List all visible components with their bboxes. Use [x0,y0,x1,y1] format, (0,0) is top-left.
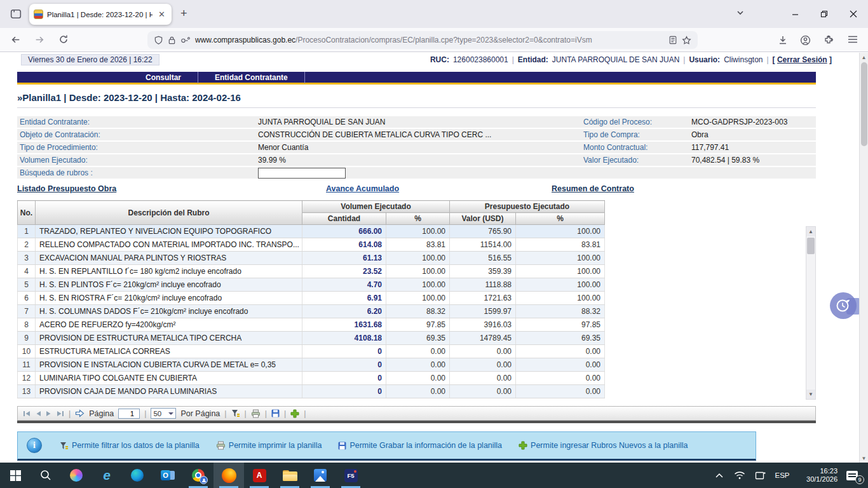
save-icon[interactable] [271,409,280,417]
info-value: CONSTRUCCIÓN DE CUBIERTA METALICA CURVA … [254,129,578,140]
language-indicator[interactable]: ESP [771,463,793,488]
tracking-shield-icon[interactable] [154,36,163,45]
col-header-pct[interactable]: % [516,213,605,225]
col-header-cantidad[interactable]: Cantidad [302,213,386,225]
browser-tab[interactable]: Planilla1 | Desde: 2023-12-20 | H ✕ [29,4,172,25]
per-page-select[interactable]: 50 [151,408,176,419]
tab-list-chevron-icon[interactable] [736,8,745,17]
window-restore-button[interactable] [810,0,839,28]
reload-button[interactable] [58,34,69,44]
separator: | [224,409,226,418]
taskbar-photos-icon[interactable] [305,463,336,488]
table-row[interactable]: 6H. S. EN RIOSTRA F´c= 210kg/cm² incluye… [18,292,605,305]
back-button[interactable] [10,34,21,45]
link-listado-presupuesto[interactable]: Listado Presupuesto Obra [17,184,116,193]
logout-text[interactable]: Cerrar Sesión [777,55,827,64]
page-number-input[interactable] [118,409,140,419]
downloads-icon[interactable] [778,35,788,45]
table-row[interactable]: 8ACERO DE REFUERZO fy=4200kg/cm²1631.689… [18,318,605,332]
table-row[interactable]: 4H. S. EN REPLANTILLO f´c= 180 kg/cm2 in… [18,265,605,278]
link-resumen-contrato[interactable]: Resumen de Contrato [552,184,634,193]
taskbar-file-explorer-icon[interactable] [275,463,305,488]
scroll-thumb[interactable] [807,238,815,254]
col-header-valor[interactable]: Valor (USD) [450,213,516,225]
start-button[interactable] [0,463,31,488]
forward-button[interactable] [34,34,45,45]
table-row[interactable]: 7H. S. COLUMNAS DADOS F´c= 210kg/cm² inc… [18,305,605,318]
taskbar-clock[interactable]: 16:23 30/1/2026 [796,467,837,484]
rubro-description: ACERO DE REFUERZO fy=4200kg/cm² [36,318,302,332]
col-group-volumen[interactable]: Volumen Ejecutado [302,201,450,213]
table-row[interactable]: 9PROVISION DE ESTRUCTURA METALICA TIPO C… [18,332,605,345]
url-text[interactable]: www.compraspublicas.gob.ec/ProcesoContra… [195,36,664,44]
widget-clock-icon[interactable] [830,292,857,319]
add-rubro-icon[interactable] [290,409,299,418]
col-group-presupuesto[interactable]: Presupuesto Ejecutado [450,201,605,213]
table-row[interactable]: 12LUMINARIA TIPO COLGANTE EN CUBIERTA00.… [18,372,605,385]
col-header-descripcion[interactable]: Descripción del Rubro [36,201,302,225]
nav-entidad-contratante[interactable]: Entidad Contratante [198,72,305,83]
next-page-icon[interactable] [46,410,51,417]
reader-mode-icon[interactable] [668,36,677,44]
table-row[interactable]: 5H. S. EN PLINTOS F´c= 210kg/cm² incluye… [18,278,605,292]
taskbar-outlook-icon[interactable]: O [153,463,183,488]
legend-item: Permite ingresar Rubros Nuevos a la plan… [519,441,688,450]
table-scrollbar[interactable]: ▲ ▼ [806,226,816,400]
table-row[interactable]: 11PROVISION E INSTALACION CUBIERTA CURVA… [18,358,605,372]
page-scrollbar[interactable]: ▲ ▼ [859,53,868,463]
last-page-icon[interactable] [56,410,64,417]
taskbar-copilot-icon[interactable] [61,463,92,488]
table-row[interactable]: 1TRAZADO, REPLANTEO Y NIVELACION EQUIPO … [18,225,605,238]
select-caret-icon [168,412,173,415]
table-row[interactable]: 3EXCAVACION MANUAL PARA PLINTOS Y RIOSTR… [18,252,605,265]
taskbar-f5-app-icon[interactable]: F5 [336,463,366,488]
taskbar-acrobat-icon[interactable]: A [244,463,275,488]
table-row[interactable]: 10ESTRUCTURA METALICA CORREAS00.000.000.… [18,345,605,358]
rubro-description: PROVISION E INSTALACION CUBIERTA CURVA D… [36,358,302,372]
scroll-up-icon[interactable]: ▲ [806,227,815,236]
system-tray: ESP 16:23 30/1/2026 9 [710,463,868,488]
row-number: 8 [18,318,36,332]
print-icon[interactable] [251,409,261,418]
menu-icon[interactable] [848,35,858,44]
link-avance-acumulado[interactable]: Avance Acumulado [326,184,399,193]
table-row[interactable]: 13PROVISION CAJA DE MANDO PARA LUMINARIA… [18,385,605,398]
rubro-search-input[interactable] [258,168,346,179]
taskbar-chrome-icon[interactable] [183,463,214,488]
scroll-up-icon[interactable]: ▲ [860,53,868,62]
col-header-pct[interactable]: % [386,213,450,225]
extensions-icon[interactable] [824,35,834,45]
url-bar[interactable]: www.compraspublicas.gob.ec/ProcesoContra… [147,31,698,49]
account-icon[interactable] [800,35,811,46]
permissions-icon[interactable] [180,36,191,44]
nav-consultar[interactable]: Consultar [129,72,198,83]
taskbar-firefox-icon[interactable] [214,463,244,488]
tab-close-icon[interactable]: ✕ [156,9,167,20]
lock-icon[interactable] [168,36,176,44]
scroll-thumb[interactable] [861,62,867,146]
cast-icon[interactable] [751,463,769,488]
rubro-description: TRAZADO, REPLANTEO Y NIVELACION EQUIPO T… [36,225,302,238]
taskbar-search-button[interactable] [31,463,61,488]
scroll-down-icon[interactable]: ▼ [860,454,868,463]
tray-chevron-icon[interactable] [710,463,728,488]
firefox-view-icon[interactable] [6,5,25,23]
wifi-icon[interactable] [731,463,749,488]
goto-page-icon[interactable] [75,409,85,417]
col-header-no[interactable]: No. [18,201,36,225]
taskbar-edge-icon[interactable] [122,463,153,488]
window-minimize-button[interactable] [780,0,810,28]
bookmark-star-icon[interactable] [682,36,691,45]
prev-page-icon[interactable] [36,410,41,417]
filter-icon[interactable] [231,409,240,417]
first-page-icon[interactable] [23,410,31,417]
table-row[interactable]: 2RELLENO COMPACTADO CON MATERIAL IMPORTA… [18,238,605,252]
taskbar-internet-explorer-icon[interactable]: e [92,463,122,488]
info-value: 117,797.41 [688,142,816,153]
logout-link[interactable]: [ Cerrar Sesión ] [773,55,832,64]
scroll-down-icon[interactable]: ▼ [806,390,815,399]
new-tab-button[interactable]: + [180,8,187,19]
volumen-pct-value: 0.00 [386,345,450,358]
notification-center-icon[interactable]: 9 [840,463,864,488]
window-close-button[interactable] [839,0,868,28]
